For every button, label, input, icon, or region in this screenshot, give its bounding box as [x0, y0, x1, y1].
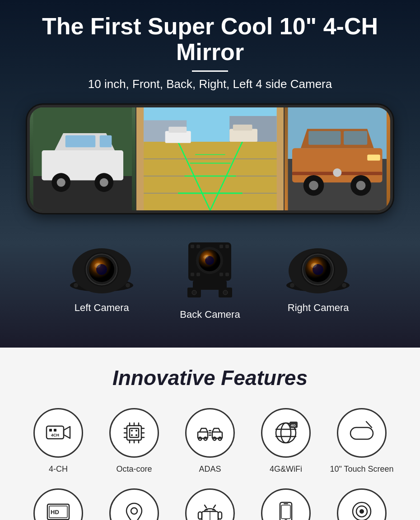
camera-section: Left Camera	[18, 231, 402, 325]
wifi-icon: 4G	[272, 419, 299, 446]
svg-text:4CH: 4CH	[51, 433, 59, 437]
svg-point-8	[100, 178, 108, 187]
touchscreen-icon-circle	[337, 408, 387, 458]
svg-point-72	[290, 283, 294, 288]
svg-rect-80	[130, 428, 139, 437]
main-title: The First Super Cool 10" 4-CH Mirror	[18, 14, 402, 65]
left-camera-graphic	[67, 240, 137, 294]
svg-rect-54	[219, 273, 223, 276]
feature-parking: Parking Monitor	[326, 488, 397, 520]
svg-point-37	[333, 168, 342, 177]
feature-4g-label: 4G&WiFi	[270, 464, 302, 474]
svg-point-119	[131, 508, 137, 514]
bottom-section: Innovative Features 4CH 4-CH	[0, 348, 420, 520]
svg-rect-3	[65, 135, 96, 148]
svg-rect-125	[198, 512, 202, 519]
right-camera-graphic	[283, 240, 353, 294]
octa-icon-circle	[109, 408, 159, 458]
parking-icon-circle	[337, 488, 387, 520]
svg-point-94	[135, 430, 137, 432]
svg-rect-24	[229, 129, 257, 142]
feature-hd: HD 1080P Back Cam	[23, 488, 94, 520]
wifi-icon-circle: 4G	[261, 408, 311, 458]
features-grid: 4CH 4-CH	[14, 408, 406, 520]
features-title: Innovative Features	[14, 366, 406, 390]
svg-point-73	[342, 283, 346, 288]
svg-point-96	[135, 434, 137, 436]
subtitle: 10 inch, Front, Back, Right, Left 4 side…	[18, 77, 402, 91]
mirror-left-panel	[30, 107, 136, 210]
svg-rect-50	[219, 245, 223, 248]
top-section: The First Super Cool 10" 4-CH Mirror 10 …	[0, 0, 420, 348]
svg-text:4G: 4G	[291, 423, 296, 427]
svg-line-124	[214, 505, 215, 508]
liveview-icon	[272, 500, 299, 520]
mirror-right-panel	[284, 107, 390, 210]
svg-rect-22	[165, 131, 191, 144]
svg-marker-75	[64, 427, 70, 438]
svg-point-46	[126, 283, 130, 288]
liveview-icon-circle	[261, 488, 311, 520]
feature-4g: 4G 4G&WiFi	[250, 408, 322, 474]
back-camera-item: Back Camera	[180, 240, 240, 320]
svg-point-121	[206, 509, 208, 511]
parking-icon	[348, 500, 375, 520]
svg-point-122	[212, 509, 214, 511]
left-car-svg	[30, 107, 135, 210]
svg-rect-48	[191, 245, 194, 248]
svg-rect-53	[196, 273, 200, 276]
feature-octa: Octa-core	[98, 408, 170, 474]
svg-rect-2	[42, 150, 124, 181]
feature-adas: ADAS	[174, 408, 246, 474]
android-icon-circle	[185, 488, 235, 520]
mirror-display	[27, 105, 393, 213]
feature-adas-label: ADAS	[199, 464, 221, 474]
right-camera-label: Right Camera	[288, 302, 349, 314]
feature-android: Android 5.1	[174, 488, 246, 520]
svg-rect-76	[49, 429, 52, 432]
svg-rect-51	[225, 245, 229, 248]
feature-octa-label: Octa-core	[116, 464, 152, 474]
svg-point-7	[57, 178, 65, 187]
svg-point-95	[131, 434, 133, 436]
svg-point-45	[74, 283, 78, 288]
svg-point-107	[281, 423, 291, 443]
back-camera-svg	[184, 240, 236, 301]
svg-rect-30	[344, 131, 367, 145]
svg-point-64	[223, 290, 228, 295]
svg-rect-23	[168, 127, 187, 133]
svg-rect-112	[350, 427, 373, 439]
svg-point-34	[309, 181, 319, 190]
left-camera-svg	[67, 240, 137, 294]
feature-touchscreen: 10" Touch Screen	[326, 408, 397, 474]
svg-rect-28	[292, 149, 383, 183]
cpu-icon	[121, 419, 148, 446]
4ch-icon: 4CH	[45, 419, 72, 446]
gps-icon-circle	[109, 488, 159, 520]
feature-liveview: Live View	[250, 488, 322, 520]
svg-line-123	[205, 505, 206, 508]
svg-rect-25	[233, 125, 252, 130]
right-car-svg	[285, 107, 390, 210]
svg-rect-29	[309, 131, 341, 145]
svg-rect-126	[218, 512, 222, 519]
parking-view-svg	[136, 107, 284, 210]
svg-point-93	[131, 430, 133, 432]
svg-point-35	[356, 181, 366, 190]
svg-rect-4	[100, 135, 112, 148]
adas-icon-circle	[185, 408, 235, 458]
adas-icon	[196, 419, 224, 446]
back-camera-label: Back Camera	[180, 309, 240, 320]
feature-4ch: 4CH 4-CH	[23, 408, 94, 474]
gps-icon	[121, 500, 148, 520]
feature-touchscreen-label: 10" Touch Screen	[330, 464, 393, 474]
left-camera-label: Left Camera	[75, 302, 129, 314]
left-camera-item: Left Camera	[67, 240, 137, 314]
svg-rect-49	[196, 245, 200, 248]
back-camera-graphic	[184, 240, 236, 301]
svg-line-113	[366, 422, 372, 427]
svg-point-136	[359, 509, 364, 514]
feature-gps: GPS	[98, 488, 170, 520]
svg-rect-77	[54, 429, 56, 432]
android-icon	[196, 500, 224, 520]
